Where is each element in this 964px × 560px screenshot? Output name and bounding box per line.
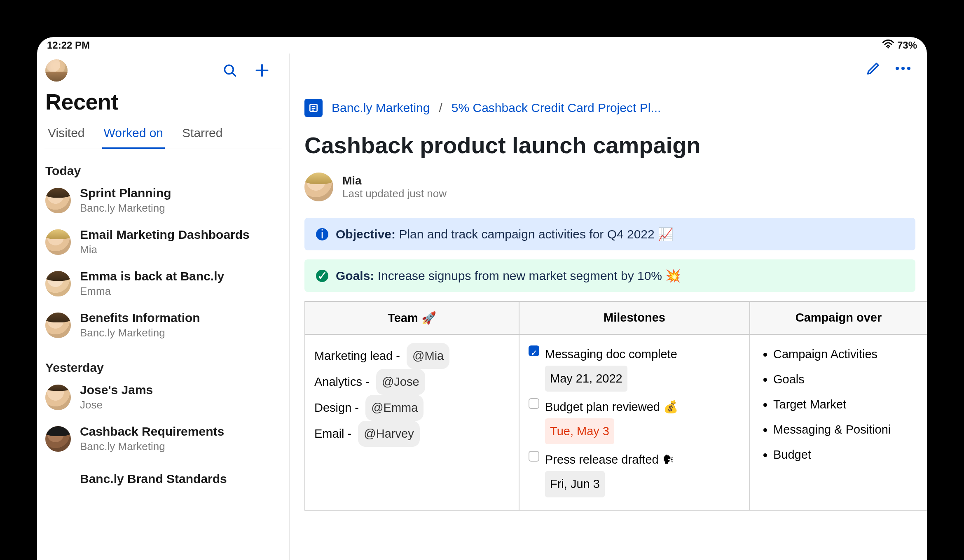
list-item-sub: Banc.ly Marketing [80,440,224,453]
content: Banc.ly Marketing / 5% Cashback Credit C… [290,54,927,560]
mention[interactable]: @Mia [407,343,449,369]
list-item-sub: Banc.ly Marketing [80,202,171,215]
author-row: Mia Last updated just now [304,169,927,218]
wifi-icon [882,40,894,51]
svg-line-2 [232,73,236,76]
author-avatar[interactable] [304,173,333,201]
status-bar: 12:22 PM 73% [37,37,927,54]
screen: 12:22 PM 73% [37,37,927,560]
objective-text: Plan and track campaign activities for Q… [399,227,673,241]
td-overview: Campaign Activities Goals Target Market … [750,335,927,510]
milestone-item[interactable]: Budget plan reviewed 💰 Tue, May 3 [529,396,740,444]
objective-label: Objective: [336,227,395,241]
sidebar-tabs: Visited Worked on Starred [44,122,282,149]
list-item[interactable]: Emma is back at Banc.ly Emma [44,266,282,308]
tab-worked-on[interactable]: Worked on [102,122,165,149]
milestone-date: Fri, Jun 3 [545,471,605,497]
more-icon [896,67,910,70]
tablet-frame: 12:22 PM 73% [0,0,964,560]
overview-item[interactable]: Campaign Activities [773,343,918,366]
content-table: Team 🚀 Milestones Campaign over Marketin… [304,301,927,511]
tablet-bezel: 12:22 PM 73% [25,25,939,560]
td-milestones: Messaging doc complete May 21, 2022 Budg… [519,335,750,510]
milestone-item[interactable]: Messaging doc complete May 21, 2022 [529,343,740,392]
group-today-label: Today [44,158,282,183]
list-item[interactable]: Cashback Requirements Banc.ly Marketing [44,421,282,463]
list-item[interactable]: Jose's Jams Jose [44,380,282,421]
author-name: Mia [342,174,447,187]
list-item-title: Emma is back at Banc.ly [80,269,224,283]
group-yesterday-label: Yesterday [44,349,282,380]
overview-item[interactable]: Goals [773,368,918,391]
milestone-date: Tue, May 3 [545,418,614,444]
create-button[interactable] [253,61,271,79]
milestone-text: Messaging doc complete [545,343,677,366]
overview-item[interactable]: Messaging & Positioni [773,418,918,441]
goals-label: Goals: [336,269,374,282]
success-icon: ✓ [316,270,328,282]
list-item-sub: Banc.ly Marketing [80,327,200,339]
more-button[interactable] [894,59,912,77]
overview-item[interactable]: Target Market [773,393,918,416]
sidebar-title: Recent [44,87,282,122]
breadcrumb-sep: / [439,101,442,115]
list-item-title: Benefits Information [80,311,200,325]
th-overview: Campaign over [750,302,927,335]
breadcrumb: Banc.ly Marketing / 5% Cashback Credit C… [304,85,927,121]
td-team: Marketing lead - @Mia Analytics - @Jose … [305,335,519,510]
clock: 12:22 PM [47,40,90,51]
info-icon: i [316,228,328,240]
sidebar: Recent Visited Worked on Starred Today S… [37,54,290,560]
breadcrumb-parent[interactable]: 5% Cashback Credit Card Project Pl... [452,101,661,115]
list-item-title: Sprint Planning [80,186,171,200]
list-item[interactable]: Banc.ly Brand Standards [44,463,282,492]
search-button[interactable] [221,61,239,79]
checkbox-icon[interactable] [529,451,539,462]
list-item[interactable]: Sprint Planning Banc.ly Marketing [44,183,282,224]
milestone-date: May 21, 2022 [545,366,627,392]
svg-point-0 [887,47,889,49]
list-item-sub: Jose [80,399,153,411]
list-item-title: Jose's Jams [80,383,153,397]
list-item[interactable]: Email Marketing Dashboards Mia [44,224,282,266]
battery-label: 73% [897,40,917,51]
last-updated: Last updated just now [342,187,447,200]
milestone-item[interactable]: Press release drafted 🗣 Fri, Jun 3 [529,448,740,497]
tab-starred[interactable]: Starred [180,122,224,149]
edit-button[interactable] [864,59,882,77]
list-item-sub: Emma [80,285,224,298]
list-item-title: Banc.ly Brand Standards [80,472,227,486]
tab-visited[interactable]: Visited [46,122,87,149]
milestone-text: Budget plan reviewed 💰 [545,396,678,418]
list-item-title: Cashback Requirements [80,425,224,439]
milestone-text: Press release drafted 🗣 [545,448,674,471]
mention[interactable]: @Emma [365,395,424,421]
list-item[interactable]: Benefits Information Banc.ly Marketing [44,308,282,349]
breadcrumb-space[interactable]: Banc.ly Marketing [332,101,430,115]
checkbox-icon[interactable] [529,345,539,356]
success-panel: ✓ Goals: Increase signups from new marke… [304,259,915,292]
list-item-title: Email Marketing Dashboards [80,228,250,242]
space-icon[interactable] [304,99,323,117]
th-milestones: Milestones [519,302,750,335]
overview-item[interactable]: Budget [773,443,918,466]
list-item-sub: Mia [80,243,250,256]
info-panel: i Objective: Plan and track campaign act… [304,218,915,250]
checkbox-icon[interactable] [529,398,539,409]
profile-avatar[interactable] [45,59,68,82]
goals-text: Increase signups from new market segment… [378,269,681,282]
mention[interactable]: @Jose [376,369,425,395]
mention[interactable]: @Harvey [358,421,419,447]
page-title: Cashback product launch campaign [304,121,927,169]
th-team: Team 🚀 [305,302,519,335]
